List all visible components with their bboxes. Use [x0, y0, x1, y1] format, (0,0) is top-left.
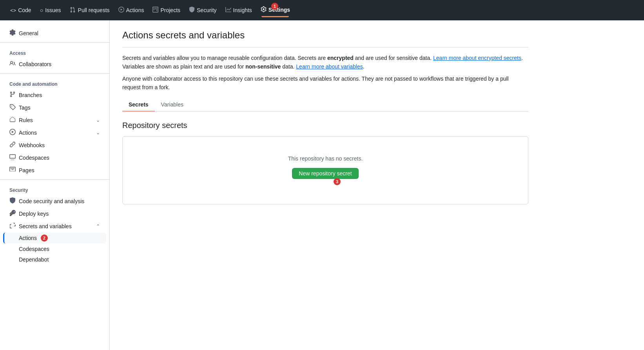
collaborators-icon: [9, 60, 16, 68]
codespaces-icon: [9, 154, 16, 161]
sidebar-item-code-security[interactable]: Code security and analysis: [3, 195, 106, 207]
sidebar-sub-item-dependabot[interactable]: Dependabot: [3, 254, 106, 265]
nav-actions[interactable]: Actions: [114, 4, 148, 17]
pull-requests-icon: [70, 7, 76, 14]
learn-encrypted-link[interactable]: Learn more about encrypted secrets: [433, 55, 521, 61]
rules-icon: [9, 116, 16, 124]
sidebar-item-actions[interactable]: Actions ⌄: [3, 126, 106, 139]
sidebar-item-tags[interactable]: Tags: [3, 101, 106, 114]
sidebar-item-general[interactable]: General: [3, 27, 106, 39]
sidebar-item-rules[interactable]: Rules ⌄: [3, 114, 106, 126]
tab-variables[interactable]: Variables: [155, 98, 190, 112]
empty-state-text: This repository has no secrets.: [132, 155, 519, 162]
webhooks-icon: [9, 141, 16, 149]
branches-icon: [9, 91, 16, 99]
settings-badge: 1: [271, 3, 278, 10]
new-repository-secret-button[interactable]: New repository secret: [292, 168, 358, 179]
code-icon: <>: [10, 7, 16, 13]
sidebar-item-branches[interactable]: Branches: [3, 89, 106, 101]
learn-variables-link[interactable]: Learn more about variables: [296, 63, 363, 70]
secrets-icon: [9, 222, 16, 230]
nav-pull-requests[interactable]: Pull requests: [66, 4, 114, 17]
settings-icon: [261, 6, 267, 13]
issues-icon: ○: [40, 7, 43, 13]
security-section-label: Security: [0, 183, 109, 195]
sidebar-item-codespaces[interactable]: Codespaces: [3, 152, 106, 164]
section-heading-repository-secrets: Repository secrets: [122, 121, 528, 130]
insights-icon: [225, 7, 231, 14]
nav-projects[interactable]: Projects: [149, 4, 184, 17]
tab-secrets[interactable]: Secrets: [122, 98, 155, 112]
sidebar-sub-item-actions[interactable]: Actions 2: [3, 233, 106, 244]
rules-chevron: ⌄: [96, 117, 100, 123]
secrets-chevron: ⌃: [96, 224, 100, 229]
repository-secrets-empty-box: This repository has no secrets. New repo…: [122, 136, 528, 204]
sidebar-item-collaborators[interactable]: Collaborators: [3, 58, 106, 70]
nav-issues[interactable]: ○ Issues: [36, 4, 65, 16]
main-content: Actions secrets and variables Secrets an…: [110, 20, 541, 350]
actions-sidebar-icon: [9, 129, 16, 136]
top-navigation: <> Code ○ Issues Pull requests Actions P…: [0, 0, 644, 20]
deploy-keys-icon: [9, 210, 16, 217]
actions-sub-badge: 2: [41, 235, 48, 242]
nav-code[interactable]: <> Code: [6, 4, 35, 16]
sidebar: General Access Collaborators Code and au…: [0, 20, 110, 350]
sidebar-item-pages[interactable]: Pages: [3, 164, 106, 176]
sidebar-item-webhooks[interactable]: Webhooks: [3, 139, 106, 151]
sidebar-item-deploy-keys[interactable]: Deploy keys: [3, 207, 106, 220]
nav-insights[interactable]: Insights: [221, 4, 256, 17]
description-block: Secrets and variables allow you to manag…: [122, 54, 528, 92]
new-secret-badge: 3: [334, 178, 341, 185]
settings-active-line: [261, 16, 289, 17]
page-title: Actions secrets and variables: [122, 30, 528, 47]
page-layout: General Access Collaborators Code and au…: [0, 20, 644, 350]
sidebar-sub-item-codespaces[interactable]: Codespaces: [3, 244, 106, 254]
code-security-icon: [9, 197, 16, 205]
actions-chevron: ⌄: [96, 130, 100, 135]
nav-security[interactable]: Security: [185, 4, 221, 17]
tabs-container: Secrets Variables: [122, 98, 528, 112]
sidebar-item-secrets-variables[interactable]: Secrets and variables ⌃: [3, 220, 106, 232]
general-icon: [9, 29, 16, 37]
security-nav-icon: [189, 7, 195, 14]
pages-icon: [9, 166, 16, 174]
projects-icon: [152, 7, 158, 14]
code-automation-section-label: Code and automation: [0, 77, 109, 88]
actions-nav-icon: [118, 7, 124, 14]
tags-icon: [9, 104, 16, 111]
access-section-label: Access: [0, 46, 109, 58]
